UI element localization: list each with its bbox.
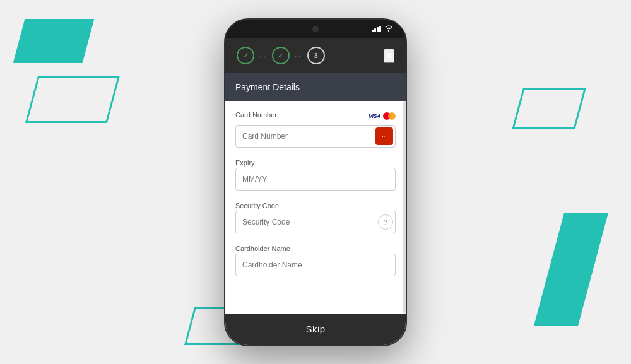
card-number-input-wrap: ···	[235, 125, 396, 148]
help-icon: ?	[384, 218, 387, 226]
expiry-label: Expiry	[235, 159, 255, 167]
cardholder-name-group: Cardholder Name	[235, 242, 396, 276]
skip-button[interactable]: Skip	[225, 314, 406, 345]
card-scan-button[interactable]: ···	[375, 127, 393, 145]
progress-steps: ✓ ·· ✓ ·· 3	[237, 47, 325, 64]
step-dots-2: ··	[295, 50, 302, 61]
cardholder-name-label: Cardholder Name	[235, 245, 290, 252]
cardholder-name-input-wrap	[235, 254, 396, 276]
expiry-input-wrap	[235, 168, 396, 191]
visa-logo: VISA	[369, 113, 380, 119]
security-code-input[interactable]	[235, 211, 396, 233]
deco-shape-mid-left	[25, 76, 120, 123]
mastercard-icon	[383, 112, 396, 120]
form-area: Card Number VISA ···	[225, 101, 406, 314]
deco-shape-right-bottom	[534, 213, 608, 326]
signal-icon	[372, 26, 381, 32]
card-number-group: Card Number VISA ···	[235, 111, 396, 148]
step-1-label: ✓	[243, 52, 249, 60]
progress-header: ✓ ·· ✓ ·· 3 ✕	[225, 38, 406, 73]
status-bar	[225, 20, 406, 38]
step-2-label: ✓	[278, 52, 283, 60]
phone-content: Payment Details Card Number VISA	[225, 73, 406, 345]
wifi-icon	[384, 25, 393, 33]
security-code-group: Security Code ?	[235, 199, 396, 233]
security-code-input-wrap: ?	[235, 211, 396, 233]
card-brand-icons: VISA	[369, 112, 396, 120]
expiry-group: Expiry	[235, 156, 396, 191]
skip-label: Skip	[305, 324, 325, 334]
card-number-input[interactable]	[235, 125, 396, 148]
security-code-help-button[interactable]: ?	[378, 214, 393, 230]
step-2: ✓	[272, 47, 290, 64]
deco-shape-right-top	[512, 88, 586, 129]
step-dots-1: ··	[259, 50, 267, 61]
card-number-label-row: Card Number VISA	[235, 111, 396, 122]
section-header: Payment Details	[225, 73, 406, 101]
security-code-label: Security Code	[235, 202, 279, 209]
camera-notch	[312, 26, 319, 32]
section-title: Payment Details	[235, 82, 300, 92]
scan-icon: ···	[382, 133, 387, 139]
step-3-label: 3	[314, 52, 318, 59]
step-1: ✓	[237, 47, 254, 64]
phone-frame: ✓ ·· ✓ ·· 3 ✕ Payment Details Card Nu	[224, 18, 407, 346]
cardholder-name-input[interactable]	[235, 254, 396, 276]
step-3: 3	[307, 47, 325, 64]
card-number-label: Card Number	[235, 111, 277, 119]
deco-shape-top-left	[13, 19, 95, 63]
status-icons	[372, 25, 393, 33]
expiry-input[interactable]	[235, 168, 396, 191]
close-button[interactable]: ✕	[384, 49, 394, 63]
